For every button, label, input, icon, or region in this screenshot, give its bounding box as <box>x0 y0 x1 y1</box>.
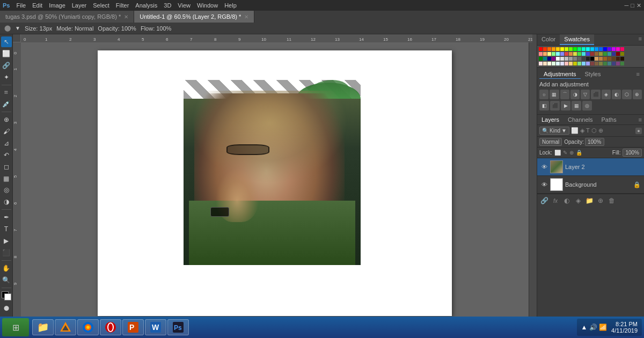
adj-vibrance[interactable]: ▽ <box>581 90 590 99</box>
swatch[interactable] <box>590 47 594 51</box>
swatch[interactable] <box>616 52 620 56</box>
lock-image[interactable]: ✎ <box>563 150 567 156</box>
swatch[interactable] <box>603 47 607 51</box>
vertical-scrollbar[interactable] <box>529 42 537 317</box>
zoom-tool[interactable]: 🔍 <box>1 275 12 285</box>
swatch[interactable] <box>608 52 611 56</box>
background-visibility[interactable]: 👁 <box>540 181 548 188</box>
swatch[interactable] <box>565 47 568 51</box>
swatch[interactable] <box>552 52 555 56</box>
ps-logo[interactable]: Ps <box>3 2 10 9</box>
dodge-tool[interactable]: ◑ <box>1 196 12 207</box>
swatch[interactable] <box>582 62 586 65</box>
swatch[interactable] <box>620 57 624 61</box>
new-group-btn[interactable]: 📁 <box>584 196 594 205</box>
swatch[interactable] <box>620 62 624 65</box>
swatch[interactable] <box>616 47 620 51</box>
swatch[interactable] <box>582 57 586 61</box>
text-tool[interactable]: T <box>1 224 12 234</box>
swatch[interactable] <box>586 52 590 56</box>
swatch[interactable] <box>603 62 607 65</box>
menu-edit[interactable]: Edit <box>32 2 42 9</box>
swatch[interactable] <box>590 62 594 65</box>
adj-hsl[interactable]: ⬛ <box>591 90 600 99</box>
marquee-tool[interactable]: ⬜ <box>1 48 12 59</box>
filter-pixel[interactable]: ⬜ <box>571 127 579 134</box>
clone-tool[interactable]: ⊿ <box>1 138 12 149</box>
filter-toggle[interactable]: ● <box>635 128 642 134</box>
swatch[interactable] <box>612 57 616 61</box>
swatch[interactable] <box>577 52 581 56</box>
taskbar-vlc[interactable] <box>55 319 76 335</box>
swatch[interactable] <box>539 57 543 61</box>
adj-tab-adjustments[interactable]: Adjustments <box>539 70 581 79</box>
swatch[interactable] <box>595 62 598 65</box>
swatch[interactable] <box>543 52 547 56</box>
swatch[interactable] <box>595 52 598 56</box>
swatch[interactable] <box>543 62 547 65</box>
new-adjustment-btn[interactable]: ◈ <box>573 196 583 205</box>
swatch[interactable] <box>620 47 624 51</box>
fill-input[interactable]: 100% <box>623 149 642 157</box>
adj-selective[interactable]: ◎ <box>582 101 592 111</box>
adj-curves[interactable]: ⌒ <box>560 90 569 99</box>
swatch[interactable] <box>552 57 555 61</box>
swatch[interactable] <box>577 47 581 51</box>
swatch[interactable] <box>556 57 560 61</box>
eyedropper-tool[interactable]: 💉 <box>1 99 12 109</box>
start-button[interactable]: ⊞ <box>2 318 29 336</box>
menu-image[interactable]: Image <box>49 2 65 9</box>
blur-tool[interactable]: ◎ <box>1 185 12 196</box>
swatch[interactable] <box>543 57 547 61</box>
swatch[interactable] <box>620 52 624 56</box>
swatch[interactable] <box>612 62 616 65</box>
swatch[interactable] <box>608 57 611 61</box>
swatch[interactable] <box>590 57 594 61</box>
brush-tool[interactable]: 🖌 <box>1 126 12 137</box>
adj-levels[interactable]: ▦ <box>550 90 559 99</box>
swatch[interactable] <box>547 52 551 56</box>
color-panel-menu[interactable]: ≡ <box>636 34 644 45</box>
crop-tool[interactable]: ⌗ <box>1 87 12 98</box>
opacity-input[interactable]: 100% <box>585 138 604 146</box>
brush-preset[interactable]: ▼ <box>15 25 20 31</box>
swatch[interactable] <box>560 47 564 51</box>
history-brush-tool[interactable]: ↶ <box>1 150 12 160</box>
swatch[interactable] <box>577 57 581 61</box>
swatch[interactable] <box>547 57 551 61</box>
lock-all[interactable]: 🔒 <box>576 150 582 156</box>
shape-tool[interactable]: ⬛ <box>1 247 12 258</box>
layers-tab-paths[interactable]: Paths <box>597 115 621 124</box>
swatch[interactable] <box>608 47 611 51</box>
swatch[interactable] <box>599 62 603 65</box>
swatch[interactable] <box>599 47 603 51</box>
swatch[interactable] <box>612 52 616 56</box>
adj-colorbalance[interactable]: ◈ <box>602 90 611 99</box>
lasso-tool[interactable]: 🔗 <box>1 60 12 71</box>
swatch[interactable] <box>556 62 560 65</box>
path-select-tool[interactable]: ▶ <box>1 236 12 246</box>
taskbar-photoshop[interactable]: Ps <box>167 319 189 335</box>
layer-effects-btn[interactable]: fx <box>551 196 560 205</box>
close-btn[interactable]: ✕ <box>636 2 641 9</box>
eraser-tool[interactable]: ◻ <box>1 161 12 172</box>
menu-view[interactable]: View <box>178 2 191 9</box>
adj-tab-styles[interactable]: Styles <box>581 70 605 79</box>
swatch[interactable] <box>539 52 543 56</box>
swatch[interactable] <box>569 47 573 51</box>
taskbar-explorer[interactable]: 📁 <box>32 319 54 335</box>
menu-layer[interactable]: Layer <box>72 2 87 9</box>
taskbar-firefox[interactable] <box>77 319 99 335</box>
adj-brightness[interactable]: ☼ <box>539 90 548 99</box>
gradient-tool[interactable]: ▦ <box>1 173 12 184</box>
swatch[interactable] <box>560 62 564 65</box>
quick-mask-btn[interactable]: ⬤ <box>1 303 12 313</box>
layer2-visibility[interactable]: 👁 <box>540 163 548 171</box>
swatches-tab[interactable]: Swatches <box>560 34 594 45</box>
menu-3d[interactable]: 3D <box>164 2 171 9</box>
layer-item-background[interactable]: 👁 Background 🔒 <box>537 176 644 194</box>
swatch[interactable] <box>595 57 598 61</box>
swatch[interactable] <box>556 52 560 56</box>
swatch[interactable] <box>565 57 568 61</box>
taskbar-opera[interactable] <box>100 319 121 335</box>
